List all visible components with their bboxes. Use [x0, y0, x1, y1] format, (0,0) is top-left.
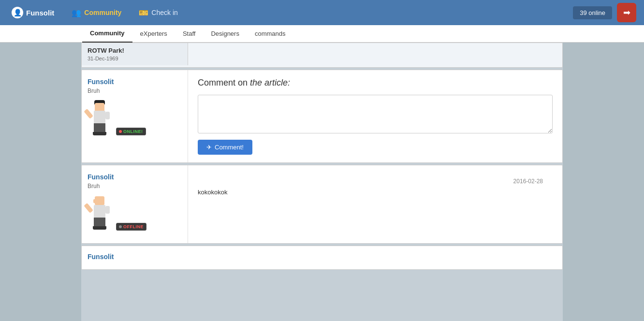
comment-form-card: Funsolit Bruh: [81, 70, 563, 163]
subnav-commands[interactable]: commands: [247, 25, 293, 43]
top-partial-card: ROTW Park! 31-Dec-1969: [81, 43, 563, 68]
submit-label: Comment!: [215, 144, 244, 151]
poster-avatar-ear: [93, 199, 96, 203]
nav-community[interactable]: 👥 Community: [63, 0, 130, 25]
avatar-feet: [93, 132, 106, 135]
subnav-community[interactable]: Community: [82, 25, 132, 43]
comment-submit-button[interactable]: ✈ Comment!: [198, 140, 252, 155]
poster-status-area: OFFLINE: [116, 223, 146, 235]
avatar-arm-right: [105, 112, 110, 119]
brand-icon: 👤: [12, 7, 23, 18]
online-count-label: 39 online: [580, 9, 605, 16]
avatar-arm-left: [84, 109, 93, 119]
submit-icon: ✈: [206, 144, 212, 151]
current-user-avatar-area: ONLINE!: [88, 99, 182, 140]
poster-avatar-body: [94, 205, 105, 218]
post-content: 2016-02-28 kokokokok: [188, 165, 562, 243]
current-user-role: Bruh: [88, 88, 182, 94]
current-user-name[interactable]: Funsolit: [88, 78, 182, 86]
poster-user-name[interactable]: Funsolit: [88, 173, 182, 181]
poster-avatar-feet: [93, 226, 106, 230]
center-section: ROTW Park! 31-Dec-1969 Funsolit Bruh: [81, 43, 563, 321]
top-card-title: ROTW Park!: [88, 47, 182, 54]
status-label: ONLINE!: [123, 129, 143, 134]
bottom-partial-card: Funsolit: [81, 246, 563, 270]
bottom-user-name[interactable]: Funsolit: [88, 253, 556, 261]
post-text: kokokokok: [198, 185, 553, 196]
nav-checkin[interactable]: 🎫 Check in: [130, 0, 186, 25]
poster-avatar-pants: [94, 218, 105, 227]
comment-form-area: Comment on the article: ✈ Comment!: [188, 70, 562, 162]
main-layout: ROTW Park! 31-Dec-1969 Funsolit Bruh: [0, 43, 644, 321]
top-navigation: 👤 Funsolit 👥 Community 🎫 Check in 39 onl…: [0, 0, 644, 25]
subnav-experters[interactable]: eXperters: [132, 25, 175, 43]
current-user-panel: Funsolit Bruh: [82, 70, 188, 162]
exit-icon: ➡: [623, 7, 630, 18]
status-area: ONLINE!: [116, 128, 146, 140]
right-margin: [563, 43, 644, 321]
avatar: [88, 99, 114, 140]
comment-card-1: Funsolit Bruh: [81, 165, 563, 244]
left-margin: [0, 43, 81, 321]
checkin-icon: 🎫: [139, 8, 148, 17]
online-count: 39 online: [573, 6, 612, 19]
exit-button[interactable]: ➡: [617, 3, 636, 22]
avatar-pants: [94, 123, 105, 133]
brand-logo[interactable]: 👤 Funsolit: [8, 7, 63, 18]
comment-textarea[interactable]: [198, 95, 553, 133]
subnav-staff[interactable]: Staff: [175, 25, 204, 43]
nav-checkin-label: Check in: [151, 9, 177, 16]
nav-community-label: Community: [84, 9, 121, 16]
sub-navigation: Community eXperters Staff Designers comm…: [0, 25, 644, 43]
top-card-date: 31-Dec-1969: [88, 56, 182, 61]
post-date: 2016-02-28: [198, 173, 553, 185]
poster-avatar-head: [95, 196, 104, 205]
offline-label: OFFLINE: [123, 224, 144, 229]
comment-form-title: Comment on the article:: [198, 78, 553, 88]
brand-name: Funsolit: [26, 9, 54, 17]
top-card-right: [188, 43, 562, 67]
comment-section: Funsolit Bruh: [82, 70, 562, 162]
comment-post-section: Funsolit Bruh: [82, 165, 562, 243]
online-badge: ONLINE!: [116, 128, 146, 135]
comment-title-strong: the article:: [250, 78, 290, 88]
comment-title-text: Comment on: [198, 78, 250, 88]
offline-badge: OFFLINE: [116, 223, 146, 231]
poster-avatar-arm-left: [84, 203, 93, 213]
poster-avatar: [88, 194, 114, 235]
community-icon: 👥: [72, 8, 81, 17]
offline-dot: [119, 225, 122, 228]
poster-user-panel: Funsolit Bruh: [82, 165, 188, 243]
status-dot: [119, 130, 122, 133]
poster-avatar-arm-right: [105, 206, 110, 214]
poster-avatar-area: OFFLINE: [88, 194, 182, 235]
subnav-designers[interactable]: Designers: [203, 25, 247, 43]
top-card-left: ROTW Park! 31-Dec-1969: [82, 43, 188, 65]
poster-user-role: Bruh: [88, 183, 182, 190]
avatar-body: [94, 111, 105, 123]
